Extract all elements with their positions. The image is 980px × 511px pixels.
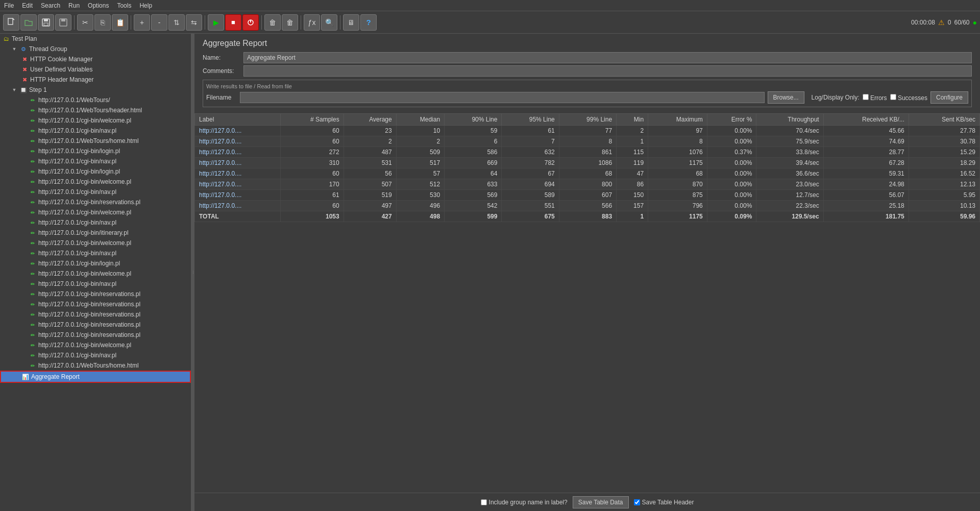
menu-tools[interactable]: Tools <box>113 1 135 10</box>
tree-item-req7[interactable]: ✏ http://127.0.0.1/cgi-bin/nav.pl <box>0 156 191 166</box>
col-received: Received KB/... <box>823 114 909 126</box>
tree-item-req13[interactable]: ✏ http://127.0.0.1/cgi-bin/nav.pl <box>0 217 191 228</box>
tree-item-http-cookie[interactable]: ✖ HTTP Cookie Manager <box>0 54 191 64</box>
userdef-icon: ✖ <box>20 65 29 74</box>
menu-run[interactable]: Run <box>64 1 84 10</box>
shutdown-button[interactable] <box>242 14 259 31</box>
help-button[interactable]: ? <box>360 14 377 31</box>
file-row: Filename Browse... Log/Display Only: Err… <box>206 91 968 104</box>
tree-item-test-plan[interactable]: 🗂 Test Plan <box>0 34 191 44</box>
save-as-button[interactable] <box>55 14 71 31</box>
run-button[interactable]: ▶ <box>208 14 224 31</box>
menu-options[interactable]: Options <box>84 1 113 10</box>
expand-icon: ▼ <box>10 45 18 53</box>
open-button[interactable] <box>20 14 37 31</box>
req-icon-3: ✏ <box>29 116 37 125</box>
paste-button[interactable]: 📋 <box>112 14 128 31</box>
toolbar-right: 00:00:08 ⚠ 0 60/60 ● <box>911 18 977 27</box>
filename-input[interactable] <box>240 92 765 103</box>
copy-button[interactable]: ⎘ <box>94 14 111 31</box>
tree-item-req12[interactable]: ✏ http://127.0.0.1/cgi-bin/welcome.pl <box>0 207 191 217</box>
comments-input[interactable] <box>243 65 972 77</box>
expand-button[interactable]: ⇅ <box>168 14 185 31</box>
save-table-header-label[interactable]: Save Table Header <box>634 499 694 506</box>
menu-edit[interactable]: Edit <box>18 1 37 10</box>
table-body: http://127.0.0....6023105961772970.00%70… <box>195 126 980 222</box>
errors-label: Errors <box>870 94 887 102</box>
tree-item-req1[interactable]: ✏ http://127.0.0.1/WebTours/ <box>0 95 191 105</box>
log-display-label: Log/Display Only: <box>812 94 860 101</box>
menu-search[interactable]: Search <box>37 1 64 10</box>
tree-item-req5[interactable]: ✏ http://127.0.0.1/WebTours/home.html <box>0 136 191 146</box>
new-button[interactable] <box>3 14 19 31</box>
tree-item-req11[interactable]: ✏ http://127.0.0.1/cgi-bin/reservations.… <box>0 197 191 207</box>
svg-rect-0 <box>8 18 13 25</box>
tree-item-req10[interactable]: ✏ http://127.0.0.1/cgi-bin/nav.pl <box>0 187 191 197</box>
tree-item-req26[interactable]: ✏ http://127.0.0.1/cgi-bin/nav.pl <box>0 350 191 360</box>
errors-checkbox-label[interactable]: Errors <box>863 94 887 102</box>
tree-label-req21: http://127.0.0.1/cgi-bin/reservations.pl <box>38 301 140 308</box>
tree-item-req23[interactable]: ✏ http://127.0.0.1/cgi-bin/reservations.… <box>0 320 191 330</box>
status-ok-icon: ● <box>973 18 977 27</box>
tree-item-thread-group[interactable]: ▼ ⚙ Thread Group <box>0 44 191 54</box>
tree-item-req27[interactable]: ✏ http://127.0.0.1/WebTours/home.html <box>0 360 191 371</box>
add-button[interactable]: + <box>134 14 150 31</box>
tree-item-req18[interactable]: ✏ http://127.0.0.1/cgi-bin/welcome.pl <box>0 269 191 279</box>
tree-item-req19[interactable]: ✏ http://127.0.0.1/cgi-bin/nav.pl <box>0 279 191 289</box>
tree-item-req8[interactable]: ✏ http://127.0.0.1/cgi-bin/login.pl <box>0 166 191 177</box>
tree-item-req2[interactable]: ✏ http://127.0.0.1/WebTours/header.html <box>0 105 191 115</box>
tree-label-req5: http://127.0.0.1/WebTours/home.html <box>38 137 139 144</box>
tree-item-req25[interactable]: ✏ http://127.0.0.1/cgi-bin/welcome.pl <box>0 340 191 350</box>
stop-button[interactable]: ■ <box>225 14 241 31</box>
tree-item-req6[interactable]: ✏ http://127.0.0.1/cgi-bin/login.pl <box>0 146 191 156</box>
clear-button[interactable]: 🗑 <box>264 14 281 31</box>
tree-label-test-plan: Test Plan <box>12 35 37 42</box>
include-group-checkbox[interactable] <box>481 499 487 505</box>
tree-item-req17[interactable]: ✏ http://127.0.0.1/cgi-bin/login.pl <box>0 258 191 269</box>
successes-checkbox[interactable] <box>890 94 896 100</box>
remote-button[interactable]: 🖥 <box>343 14 359 31</box>
tree-item-req14[interactable]: ✏ http://127.0.0.1/cgi-bin/itinerary.pl <box>0 228 191 238</box>
aggregate-table-container: Label # Samples Average Median 90% Line … <box>194 113 980 493</box>
tree-item-req20[interactable]: ✏ http://127.0.0.1/cgi-bin/reservations.… <box>0 289 191 299</box>
tree-label-aggregate-report: Aggregate Report <box>31 373 80 380</box>
cut-button[interactable]: ✂ <box>77 14 93 31</box>
tree-item-user-defined[interactable]: ✖ User Defined Variables <box>0 64 191 75</box>
clear-all-button[interactable]: 🗑 <box>282 14 298 31</box>
menu-help[interactable]: Help <box>135 1 156 10</box>
errors-checkbox[interactable] <box>863 94 869 100</box>
save-table-header-checkbox[interactable] <box>634 499 640 505</box>
header-icon: ✖ <box>20 76 29 84</box>
timer-display: 00:00:08 <box>911 19 935 26</box>
tree-item-req21[interactable]: ✏ http://127.0.0.1/cgi-bin/reservations.… <box>0 299 191 309</box>
tree-item-http-header[interactable]: ✖ HTTP Header Manager <box>0 75 191 85</box>
configure-button[interactable]: Configure <box>930 91 968 104</box>
tree-item-req16[interactable]: ✏ http://127.0.0.1/cgi-bin/nav.pl <box>0 248 191 258</box>
tree-item-req9[interactable]: ✏ http://127.0.0.1/cgi-bin/welcome.pl <box>0 177 191 187</box>
tree-item-req15[interactable]: ✏ http://127.0.0.1/cgi-bin/welcome.pl <box>0 238 191 248</box>
table-row: http://127.0.0....6023105961772970.00%70… <box>195 126 980 136</box>
tree-item-aggregate-report[interactable]: 📊 Aggregate Report <box>0 371 191 383</box>
tree-item-step1[interactable]: ▼ 🔲 Step 1 <box>0 85 191 95</box>
save-table-data-button[interactable]: Save Table Data <box>573 496 629 508</box>
toggle-button[interactable]: ⇆ <box>186 14 202 31</box>
menu-file[interactable]: File <box>0 1 18 10</box>
req-icon-7: ✏ <box>29 157 37 165</box>
remove-button[interactable]: - <box>151 14 167 31</box>
tree-item-req22[interactable]: ✏ http://127.0.0.1/cgi-bin/reservations.… <box>0 309 191 320</box>
include-group-label[interactable]: Include group name in label? <box>481 499 568 506</box>
save-button[interactable] <box>38 14 54 31</box>
tree-label-req1: http://127.0.0.1/WebTours/ <box>38 96 110 104</box>
function-helper-button[interactable]: ƒx <box>304 14 320 31</box>
svg-rect-4 <box>44 19 48 21</box>
tree-item-req3[interactable]: ✏ http://127.0.0.1/cgi-bin/welcome.pl <box>0 115 191 126</box>
name-input[interactable] <box>243 52 972 63</box>
tree-label-req2: http://127.0.0.1/WebTours/header.html <box>38 107 142 114</box>
tree-item-req24[interactable]: ✏ http://127.0.0.1/cgi-bin/reservations.… <box>0 330 191 340</box>
col-95line: 95% Line <box>502 114 559 126</box>
tree-item-req4[interactable]: ✏ http://127.0.0.1/cgi-bin/nav.pl <box>0 126 191 136</box>
successes-checkbox-label[interactable]: Successes <box>890 94 927 102</box>
search-tree-button[interactable]: 🔍 <box>321 14 337 31</box>
browse-button[interactable]: Browse... <box>768 91 804 104</box>
report-icon: 📊 <box>21 373 30 381</box>
